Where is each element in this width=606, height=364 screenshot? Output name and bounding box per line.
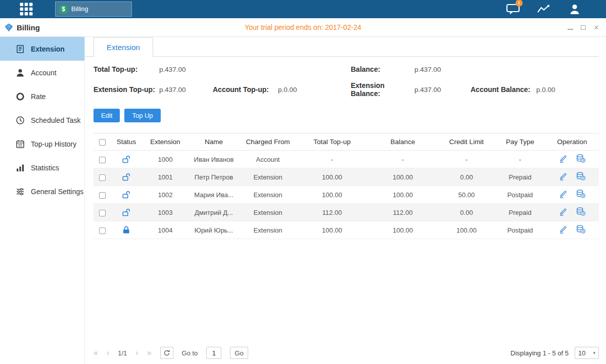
sidebar-item-rate[interactable]: Rate	[0, 84, 84, 108]
account-topup-value: p.0.00	[278, 86, 351, 94]
extension-table: Status Extension Name Charged From Total…	[94, 133, 599, 239]
sidebar-item-topup-history[interactable]: Top-up History	[0, 132, 84, 156]
pagination-bar: « ‹ 1/1 › » Go to Go Displaying 1 - 5 of…	[94, 347, 599, 359]
billing-app-icon	[5, 23, 13, 32]
account-balance-label: Account Balance:	[471, 85, 536, 94]
edit-icon[interactable]	[559, 190, 567, 198]
edit-icon[interactable]	[559, 172, 567, 180]
select-all-checkbox[interactable]	[99, 139, 106, 146]
go-button[interactable]: Go	[230, 347, 248, 359]
cell-name: Юрий Юрь...	[189, 221, 239, 239]
edit-icon[interactable]	[559, 155, 567, 163]
total-topup-value: p.437.00	[159, 66, 213, 73]
billing-dollar-icon: $	[59, 5, 68, 14]
extension-icon	[16, 44, 25, 54]
cell-total-topup: 100.00	[297, 221, 367, 239]
page-size-select[interactable]: 10 ▾	[575, 347, 599, 359]
cell-pay-type: Prepaid	[495, 204, 545, 221]
chat-icon[interactable]: !	[505, 3, 521, 16]
app-window: $ Billing !	[0, 0, 606, 364]
goto-page-input[interactable]	[206, 347, 221, 359]
extension-topup-value: p.437.00	[159, 86, 213, 94]
sidebar-item-label: Scheduled Task	[31, 116, 81, 124]
topup-icon[interactable]	[576, 207, 585, 216]
sidebar-item-scheduled-task[interactable]: Scheduled Task	[0, 108, 84, 132]
next-page-icon[interactable]: ›	[135, 349, 138, 357]
edit-icon[interactable]	[559, 208, 567, 216]
edit-icon[interactable]	[559, 225, 567, 234]
refresh-icon[interactable]	[160, 347, 173, 359]
col-status: Status	[111, 133, 142, 151]
sidebar-item-label: Top-up History	[31, 140, 76, 148]
extension-balance-label: Extension Balance:	[351, 81, 414, 98]
app-grid-icon[interactable]	[19, 3, 33, 16]
bar-chart-icon	[16, 163, 25, 172]
cell-extension: 1004	[142, 221, 189, 239]
user-icon[interactable]	[567, 3, 583, 16]
window-titlebar: Billing Your trial period ends on: 2017-…	[0, 18, 606, 37]
cell-total-topup: 100.00	[297, 186, 367, 204]
chart-icon[interactable]	[536, 3, 552, 16]
col-extension: Extension	[142, 133, 189, 151]
first-page-icon[interactable]: «	[94, 349, 98, 357]
balance-summary: Total Top-up: p.437.00 Balance: p.437.00…	[94, 65, 599, 98]
cell-balance: 112.00	[367, 204, 438, 221]
minimize-button[interactable]	[567, 24, 574, 31]
status-unlocked-icon[interactable]	[122, 173, 130, 181]
status-unlocked-icon[interactable]	[122, 191, 130, 199]
row-checkbox[interactable]	[99, 210, 106, 216]
cell-credit-limit: 50.00	[438, 186, 495, 204]
status-locked-icon[interactable]	[122, 226, 130, 234]
row-checkbox[interactable]	[99, 192, 106, 199]
sidebar-item-extension[interactable]: Extension	[0, 37, 84, 61]
taskbar-tab-billing[interactable]: $ Billing	[55, 2, 132, 17]
cell-credit-limit: 100.00	[438, 221, 495, 239]
cell-charged-from: Extension	[239, 204, 297, 221]
sidebar-item-general-settings[interactable]: General Settings	[0, 179, 84, 203]
table-row[interactable]: 1004 Юрий Юрь... Extension 100.00 100.00…	[94, 221, 599, 239]
displaying-text: Displaying 1 - 5 of 5	[510, 349, 569, 357]
system-topbar: $ Billing !	[0, 0, 606, 18]
taskbar-tab-label: Billing	[71, 6, 88, 13]
last-page-icon[interactable]: »	[147, 349, 152, 357]
sliders-icon	[16, 187, 25, 196]
status-unlocked-icon[interactable]	[122, 155, 130, 163]
table-row[interactable]: 1000 Иван Иванов Account - - - -	[94, 151, 599, 168]
sidebar-item-label: Statistics	[31, 164, 59, 172]
topup-icon[interactable]	[576, 172, 585, 180]
page-size-value: 10	[578, 349, 585, 357]
table-row[interactable]: 1003 Дмитрий Д... Extension 112.00 112.0…	[94, 204, 599, 221]
cell-pay-type: Postpaid	[495, 186, 545, 204]
sidebar-item-label: Extension	[31, 45, 65, 53]
cell-charged-from: Account	[239, 151, 297, 168]
status-unlocked-icon[interactable]	[122, 208, 130, 216]
cell-extension: 1002	[142, 186, 189, 204]
row-checkbox[interactable]	[99, 228, 106, 234]
row-checkbox[interactable]	[99, 174, 106, 181]
trial-notice: Your trial period ends on: 2017-02-24	[245, 23, 361, 31]
cell-charged-from: Extension	[239, 186, 297, 204]
maximize-button[interactable]	[580, 24, 587, 31]
extension-balance-value: p.437.00	[414, 86, 471, 94]
table-row[interactable]: 1002 Мария Ива... Extension 100.00 100.0…	[94, 186, 599, 204]
sidebar-item-account[interactable]: Account	[0, 61, 84, 84]
edit-button[interactable]: Edit	[94, 109, 120, 122]
prev-page-icon[interactable]: ‹	[107, 349, 109, 357]
chevron-down-icon: ▾	[593, 350, 595, 355]
top-up-button[interactable]: Top Up	[124, 109, 160, 122]
sidebar-item-statistics[interactable]: Statistics	[0, 156, 84, 179]
table-row[interactable]: 1001 Петр Петров Extension 100.00 100.00…	[94, 168, 599, 186]
tab-extension[interactable]: Extension	[94, 37, 153, 57]
topup-icon[interactable]	[576, 190, 585, 198]
topup-icon[interactable]	[576, 154, 585, 163]
window-title: Billing	[17, 23, 40, 32]
col-balance: Balance	[367, 133, 438, 151]
close-button[interactable]: ✕	[593, 24, 600, 31]
balance-value: p.437.00	[414, 66, 471, 73]
cell-total-topup: 112.00	[297, 204, 367, 221]
cell-credit-limit: 0.00	[438, 204, 495, 221]
rate-icon	[16, 92, 25, 101]
topup-icon[interactable]	[576, 225, 585, 234]
row-checkbox[interactable]	[99, 157, 106, 163]
account-icon	[16, 68, 25, 77]
